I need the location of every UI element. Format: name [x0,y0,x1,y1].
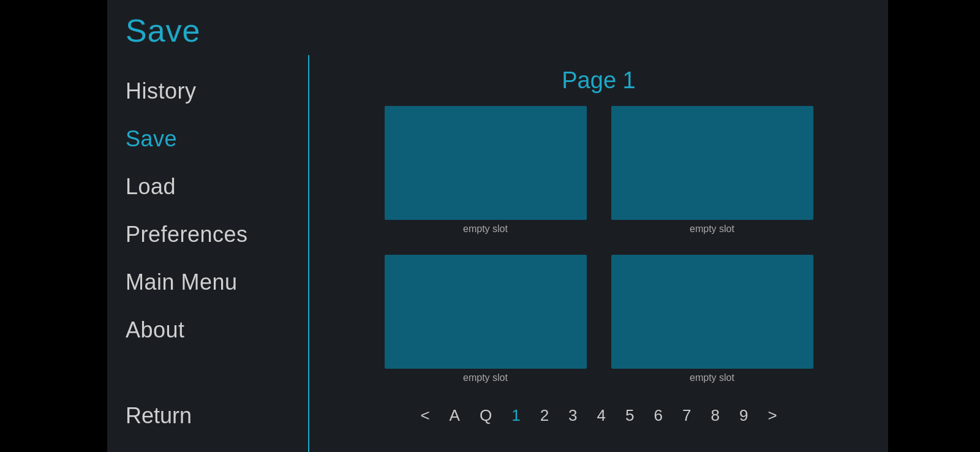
right-black-bar [888,0,980,452]
sidebar-item-load[interactable]: Load [119,163,309,211]
current-page-label: Page 1 [562,67,635,94]
slot-box-4 [611,255,813,369]
slot-label-1: empty slot [463,224,508,235]
page-num-7[interactable]: 7 [677,404,696,428]
sidebar-item-history[interactable]: History [119,67,309,115]
sidebar-item-about[interactable]: About [119,306,309,354]
sidebar-item-return[interactable]: Return [119,392,309,440]
pagination: < A Q 1 2 3 4 5 6 7 8 9 > [415,397,782,440]
page-num-4[interactable]: 4 [592,404,611,428]
slot-label-4: empty slot [690,372,734,383]
page-num-6[interactable]: 6 [649,404,668,428]
slot-box-1 [385,106,587,220]
page-num-3[interactable]: 3 [564,404,582,428]
content-area: History Save Load Preferences Main Menu … [107,55,888,452]
save-slot-2[interactable]: empty slot [611,106,813,236]
title-area: Save [107,0,888,55]
slots-grid: empty slot empty slot empty slot empty s… [385,106,813,385]
save-slot-1[interactable]: empty slot [385,106,587,236]
page-num-9[interactable]: 9 [734,404,753,428]
sidebar-item-preferences[interactable]: Preferences [119,211,309,258]
sidebar-nav: History Save Load Preferences Main Menu … [119,67,309,392]
slot-box-2 [611,106,813,220]
page-title: Save [126,12,870,49]
next-page-button[interactable]: > [763,404,782,428]
slot-box-3 [385,255,587,369]
page-letter-q[interactable]: Q [475,404,497,428]
save-slot-3[interactable]: empty slot [385,255,587,385]
page-num-8[interactable]: 8 [706,404,724,428]
prev-page-button[interactable]: < [415,404,434,428]
save-slot-4[interactable]: empty slot [611,255,813,385]
page-num-1[interactable]: 1 [507,404,525,428]
left-black-bar [0,0,107,452]
page-num-2[interactable]: 2 [535,404,554,428]
page-letter-a[interactable]: A [445,404,465,428]
sidebar: History Save Load Preferences Main Menu … [107,55,309,452]
sidebar-item-main-menu[interactable]: Main Menu [119,258,309,306]
main-container: Save History Save Load Preferences Main … [107,0,888,452]
save-content: Page 1 empty slot empty slot empty slot … [309,55,888,452]
sidebar-item-save[interactable]: Save [119,115,309,163]
page-num-5[interactable]: 5 [620,404,639,428]
slot-label-3: empty slot [463,372,508,383]
slot-label-2: empty slot [690,224,734,235]
